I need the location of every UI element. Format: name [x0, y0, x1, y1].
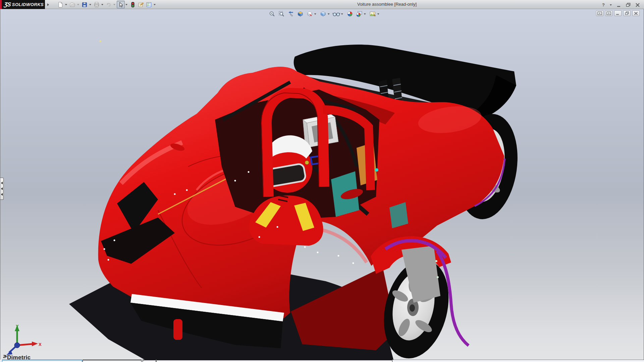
doc-restore-button[interactable] [623, 10, 631, 16]
status-pane [2, 360, 82, 362]
view-orientation-icon [306, 11, 313, 17]
minimize-button[interactable] [615, 2, 623, 8]
solidworks-logo-icon: ƷS [4, 1, 11, 8]
standard-toolbar [56, 0, 157, 9]
edit-appearance-button[interactable] [346, 10, 354, 18]
zoom-to-fit-button[interactable] [268, 10, 276, 18]
zoom-to-fit-icon [269, 11, 275, 17]
menu-flyout-arrow[interactable] [46, 1, 50, 8]
open-icon [69, 2, 75, 8]
section-view-button[interactable] [296, 10, 304, 18]
print-icon [94, 2, 100, 8]
document-window-controls [596, 10, 640, 16]
zoom-to-area-button[interactable] [277, 10, 285, 18]
apply-scene-icon [356, 11, 363, 17]
status-pane [156, 360, 392, 362]
solidworks-logo: ƷS SOLIDWORKS [0, 0, 45, 9]
options-icon [146, 2, 152, 8]
display-style-dropdown[interactable] [327, 10, 330, 18]
save-icon [82, 2, 88, 8]
triad-x-label: X [39, 342, 42, 347]
status-pane [83, 360, 142, 362]
undo-icon [106, 2, 112, 8]
new-document-icon [57, 2, 63, 8]
display-style-icon [320, 11, 326, 17]
save-button[interactable] [80, 1, 89, 8]
apply-scene-button[interactable] [355, 10, 363, 18]
hide-show-items-button[interactable] [332, 10, 340, 18]
car-model-render [0, 9, 644, 360]
document-title: Voiture assomblee [Read-only] [357, 2, 417, 7]
feature-panel-collapsed-tab[interactable] [0, 178, 4, 200]
section-view-icon [297, 11, 303, 17]
collapse-arrow-icon [1, 193, 3, 196]
previous-view-button[interactable] [287, 10, 295, 18]
save-dropdown[interactable] [89, 1, 92, 8]
select-dropdown[interactable] [125, 1, 128, 8]
collapse-arrow-icon [1, 182, 3, 184]
triad-y-label: Y [16, 324, 19, 329]
rebuild-traffic-light-icon [130, 2, 136, 8]
reference-triad[interactable]: Y X Z [2, 322, 43, 359]
file-properties-icon [138, 2, 144, 8]
view-settings-button[interactable] [369, 10, 377, 18]
undo-button[interactable] [105, 1, 113, 8]
window-controls: ? [600, 1, 641, 9]
print-dropdown[interactable] [101, 1, 104, 8]
title-bar: ƷS SOLIDWORKS [0, 0, 644, 9]
display-style-button[interactable] [319, 10, 327, 18]
zoom-to-area-icon [278, 11, 284, 17]
hide-show-items-dropdown[interactable] [340, 10, 344, 18]
status-pane [143, 360, 156, 362]
select-cursor-icon [118, 2, 124, 8]
rebuild-button[interactable] [129, 1, 137, 8]
view-orientation-dropdown[interactable] [314, 10, 317, 18]
open-dropdown[interactable] [76, 1, 80, 8]
doc-close-button[interactable] [632, 10, 640, 16]
view-orientation-label: *Dimetric [5, 354, 31, 360]
edit-appearance-icon [346, 11, 353, 17]
brand-name: SOLIDWORKS [12, 2, 44, 7]
logo-red-edge [0, 0, 2, 9]
collapse-arrow-icon [1, 187, 3, 190]
options-dropdown[interactable] [153, 1, 156, 8]
expand-right-pane-button[interactable] [605, 10, 612, 16]
options-button[interactable] [145, 1, 153, 8]
view-settings-icon [369, 11, 376, 17]
apply-scene-dropdown[interactable] [363, 10, 367, 18]
open-button[interactable] [68, 1, 76, 8]
status-bar-edge [0, 360, 644, 362]
select-button[interactable] [117, 1, 125, 8]
view-settings-dropdown[interactable] [377, 10, 380, 18]
help-button[interactable]: ? [600, 2, 607, 8]
new-document-button[interactable] [56, 1, 64, 8]
heads-up-view-toolbar [268, 10, 381, 18]
doc-minimize-button[interactable] [614, 10, 622, 16]
file-properties-button[interactable] [137, 1, 145, 8]
collapse-left-pane-button[interactable] [596, 10, 603, 16]
status-pane [393, 360, 644, 362]
previous-view-icon [287, 11, 294, 17]
new-document-dropdown[interactable] [64, 1, 68, 8]
print-button[interactable] [93, 1, 101, 8]
view-orientation-button[interactable] [306, 10, 314, 18]
help-dropdown[interactable] [609, 1, 612, 9]
close-button[interactable] [634, 2, 641, 8]
graphics-area[interactable]: Y X Z *Dimetric [0, 9, 644, 360]
restore-button[interactable] [625, 2, 632, 8]
hide-show-items-icon [332, 11, 340, 17]
undo-dropdown[interactable] [113, 1, 116, 8]
